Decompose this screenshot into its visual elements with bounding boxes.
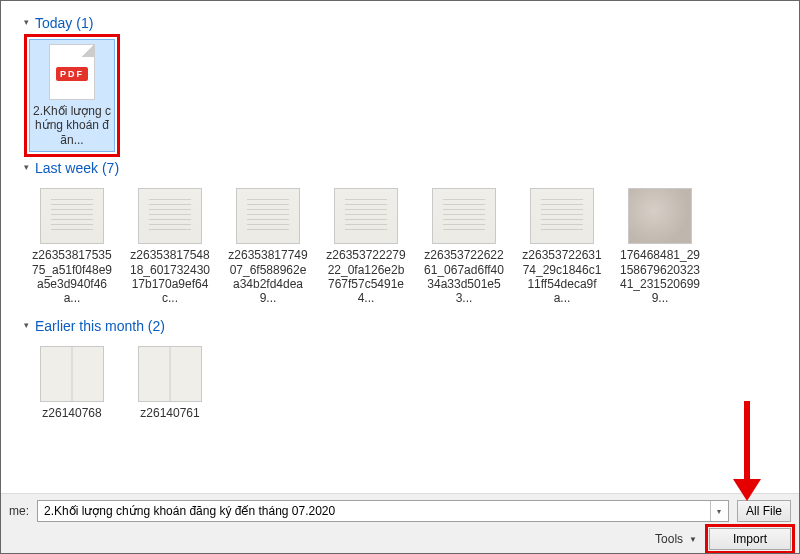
file-item[interactable]: z2635372227922_0fa126e2b767f57c5491e4... [323, 184, 409, 310]
photo-thumb-icon [628, 188, 692, 244]
file-name: 2.Khối lượng chứng khoán đăn... [32, 104, 112, 147]
file-name: z26140761 [129, 406, 211, 420]
filename-label: me: [9, 504, 29, 518]
file-name: z2635381753575_a51f0f48e9a5e3d940f46a... [31, 248, 113, 306]
group-label: Earlier this month (2) [35, 318, 165, 334]
group-items-today: PDF 2.Khối lượng chứng khoán đăn... [29, 39, 789, 152]
document-thumb-icon [138, 346, 202, 402]
document-thumb-icon [530, 188, 594, 244]
group-items-earlier: z26140768 z26140761 [29, 342, 789, 424]
dialog-footer: me: ▾ All File Tools ▼ Import [1, 493, 799, 553]
file-name: z2635372263174_29c1846c111ff54deca9fa... [521, 248, 603, 306]
chevron-down-icon[interactable]: ▾ [710, 501, 728, 521]
document-thumb-icon [138, 188, 202, 244]
file-type-filter[interactable]: All File [737, 500, 791, 522]
document-thumb-icon [40, 346, 104, 402]
group-label: Last week (7) [35, 160, 119, 176]
file-name: z26140768 [31, 406, 113, 420]
document-thumb-icon [236, 188, 300, 244]
group-items-lastweek: z2635381753575_a51f0f48e9a5e3d940f46a...… [29, 184, 789, 310]
chevron-down-icon: ▼ [689, 535, 697, 544]
document-thumb-icon [40, 188, 104, 244]
file-name: z2635381774907_6f588962ea34b2fd4dea9... [227, 248, 309, 306]
file-item[interactable]: 176468481_2915867962032341_2315206999... [617, 184, 703, 310]
tools-menu-button[interactable]: Tools ▼ [655, 532, 697, 546]
pdf-icon: PDF [49, 44, 95, 100]
group-label: Today (1) [35, 15, 93, 31]
file-name: z2635372262261_067ad6ff4034a33d501e53... [423, 248, 505, 306]
file-name: z2635372227922_0fa126e2b767f57c5491e4... [325, 248, 407, 306]
group-header-today[interactable]: ▾ Today (1) [21, 15, 789, 31]
chevron-down-icon: ▾ [21, 320, 31, 330]
file-name: z2635381754818_60173243017b170a9ef64c... [129, 248, 211, 306]
chevron-down-icon: ▾ [21, 162, 31, 172]
filename-input[interactable] [38, 501, 710, 521]
document-thumb-icon [334, 188, 398, 244]
group-header-lastweek[interactable]: ▾ Last week (7) [21, 160, 789, 176]
filename-combobox[interactable]: ▾ [37, 500, 729, 522]
pdf-badge: PDF [56, 67, 88, 81]
document-thumb-icon [432, 188, 496, 244]
chevron-down-icon: ▾ [21, 17, 31, 27]
import-button[interactable]: Import [709, 528, 791, 550]
file-item[interactable]: z2635372263174_29c1846c111ff54deca9fa... [519, 184, 605, 310]
file-item[interactable]: z2635381754818_60173243017b170a9ef64c... [127, 184, 213, 310]
file-browser-area[interactable]: ▾ Today (1) PDF 2.Khối lượng chứng khoán… [11, 1, 799, 493]
file-name: 176468481_2915867962032341_2315206999... [619, 248, 701, 306]
file-item-pdf[interactable]: PDF 2.Khối lượng chứng khoán đăn... [29, 39, 115, 152]
file-item[interactable]: z26140761 [127, 342, 213, 424]
file-item[interactable]: z2635381774907_6f588962ea34b2fd4dea9... [225, 184, 311, 310]
file-item[interactable]: z26140768 [29, 342, 115, 424]
group-header-earlier[interactable]: ▾ Earlier this month (2) [21, 318, 789, 334]
file-item[interactable]: z2635372262261_067ad6ff4034a33d501e53... [421, 184, 507, 310]
file-item[interactable]: z2635381753575_a51f0f48e9a5e3d940f46a... [29, 184, 115, 310]
